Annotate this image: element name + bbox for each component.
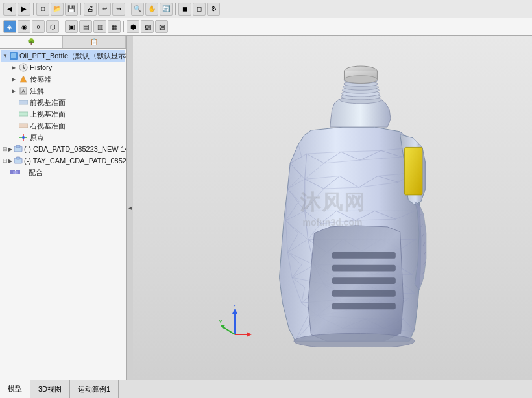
toolbar-btn-zoom[interactable]: 🔍: [131, 3, 144, 16]
toolbar-row1: ◀ ▶ □ 📂 💾 🖨 ↩ ↪ 🔍 ✋ 🔄 ◼ ◻ ⚙: [0, 0, 532, 18]
svg-point-204: [344, 75, 377, 83]
tree-arrow-sensor[interactable]: ▶: [10, 76, 17, 82]
status-tab-model-label: 模型: [8, 384, 22, 393]
toolbar-area: ◀ ▶ □ 📂 💾 🖨 ↩ ↪ 🔍 ✋ 🔄 ◼ ◻ ⚙ ◈ ◉ ◊ ⬡ ▣ ▤ …: [0, 0, 532, 36]
status-tab-3dview[interactable]: 3D视图: [30, 380, 70, 398]
left-panel: 🌳 📋 ▼ Oil_PET_Bottle（默认〈默认显示状态 ▶: [0, 36, 127, 380]
tree-item-origin[interactable]: 原点: [1, 132, 125, 143]
status-tab-motion-label: 运动算例1: [78, 384, 110, 394]
toolbar-btn-feature2[interactable]: ◉: [18, 20, 30, 33]
y-axis-label: Y: [219, 318, 223, 325]
toolbar-btn-shaded[interactable]: ◼: [178, 3, 191, 16]
collapse-icon: ◂: [128, 204, 132, 211]
toolbar-sep4: [175, 3, 176, 15]
status-tab-3dview-label: 3D视图: [38, 384, 62, 394]
tree-icon-cda: [14, 144, 23, 154]
svg-text:A: A: [21, 88, 25, 94]
toolbar-btn-wireframe[interactable]: ◻: [193, 3, 206, 16]
svg-rect-191: [332, 264, 395, 271]
svg-line-210: [223, 327, 235, 334]
tree-icon-top-plane: [18, 109, 29, 119]
tree-arrow-annotation[interactable]: ▶: [10, 88, 17, 94]
status-tab-model[interactable]: 模型: [0, 380, 30, 398]
tree-item-right-plane[interactable]: 右视基准面: [1, 120, 125, 132]
toolbar-btn-back[interactable]: ◀: [3, 3, 16, 16]
toolbar-btn-feature8[interactable]: ▦: [108, 20, 121, 33]
tree-icon-tay: [14, 156, 23, 166]
tree-item-cda[interactable]: ⊟ ▶ (-) CDA_PATD_085223_NEW-1<: [1, 143, 125, 155]
tree-item-history[interactable]: ▶ History: [1, 62, 125, 73]
toolbar-btn-view2[interactable]: ▧: [141, 20, 154, 33]
tab-properties[interactable]: 📋: [63, 36, 126, 48]
toolbar-row2: ◈ ◉ ◊ ⬡ ▣ ▤ ▥ ▦ ⬢ ▧ ▨: [0, 18, 532, 35]
toolbar-btn-undo[interactable]: ↩: [98, 3, 111, 16]
status-tab-motion[interactable]: 运动算例1: [70, 380, 119, 398]
tree-label-front-plane: 前视基准面: [30, 98, 66, 108]
toolbar-btn-feature4[interactable]: ⬡: [46, 20, 59, 33]
toolbar-btn-feature6[interactable]: ▤: [79, 20, 92, 33]
toolbar-sep3: [128, 3, 128, 15]
tree-label-right-plane: 右视基准面: [30, 121, 66, 131]
svg-point-205: [294, 333, 415, 347]
tree-item-assembly[interactable]: 配合: [1, 167, 125, 178]
svg-rect-192: [332, 277, 395, 284]
toolbar-btn-new[interactable]: □: [36, 3, 49, 16]
toolbar-btn-save[interactable]: 💾: [65, 3, 78, 16]
tree-icon-origin: [18, 132, 29, 143]
svg-marker-207: [232, 309, 237, 314]
toolbar-btn-feature5[interactable]: ▣: [65, 20, 78, 33]
svg-rect-193: [332, 290, 395, 296]
tree-arrow-tay[interactable]: ▶: [8, 158, 12, 164]
tree-arrow-front-plane: [10, 99, 17, 106]
svg-rect-195: [404, 147, 422, 194]
tree-item-tay-cam[interactable]: ⊟ ▶ (-) TAY_CAM_CDA_PATD_08522…: [1, 155, 125, 167]
tree-item-root[interactable]: ▼ Oil_PET_Bottle（默认〈默认显示状态: [1, 50, 125, 62]
tree-item-front-plane[interactable]: 前视基准面: [1, 97, 125, 108]
toolbar-btn-redo[interactable]: ↪: [112, 3, 125, 16]
tree-arrow-root[interactable]: ▼: [3, 53, 8, 59]
tree-icon-assembly: [9, 167, 27, 178]
tree-icon-front-plane: [18, 97, 29, 108]
tree-label-sensor: 传感器: [30, 75, 51, 84]
toolbar-btn-rotate[interactable]: 🔄: [160, 3, 173, 16]
minus-icon-cda: ⊟: [3, 146, 8, 152]
tree-item-top-plane[interactable]: 上视基准面: [1, 108, 125, 120]
tree-label-history: History: [30, 64, 52, 71]
minus-icon-tay: ⊟: [3, 158, 8, 164]
status-tabs: 模型 3D视图 运动算例1: [0, 380, 119, 398]
tree-arrow-history[interactable]: ▶: [10, 64, 17, 71]
svg-rect-12: [16, 145, 20, 148]
panel-collapse-handle[interactable]: ◂: [127, 36, 133, 380]
toolbar-btn-feature7[interactable]: ▥: [93, 20, 106, 33]
tree-arrow-cda[interactable]: ▶: [8, 146, 12, 152]
tree-icon-annotation: A: [18, 86, 29, 96]
toolbar-btn-view1[interactable]: ⬢: [127, 20, 139, 33]
tree-arrow-right-plane: [10, 123, 17, 129]
toolbar-btn-print[interactable]: 🖨: [84, 3, 97, 16]
toolbar-btn-feature3[interactable]: ◊: [32, 20, 45, 33]
tree-label-top-plane: 上视基准面: [30, 110, 66, 119]
svg-rect-17: [13, 171, 18, 174]
tab-model[interactable]: 🌳: [0, 36, 63, 48]
toolbar-btn-open[interactable]: 📂: [51, 3, 64, 16]
axis-indicator: Z X Y: [217, 305, 250, 338]
tree-item-annotation[interactable]: ▶ A 注解: [1, 85, 125, 97]
3d-model-container: [198, 42, 519, 341]
toolbar-btn-forward[interactable]: ▶: [18, 3, 30, 16]
viewport[interactable]: 沐风网 mofun3d.com Z X Y: [133, 36, 532, 380]
svg-rect-5: [19, 100, 28, 104]
tree-label-assembly: 配合: [29, 168, 43, 178]
tree-icon-right-plane: [18, 121, 29, 131]
z-axis-label: Z: [233, 305, 237, 309]
toolbar-sep2: [80, 3, 81, 15]
tree-item-sensor[interactable]: ▶ 传感器: [1, 73, 125, 85]
tree-icon-root: [9, 51, 18, 61]
svg-rect-190: [332, 252, 395, 259]
toolbar-btn-settings[interactable]: ⚙: [207, 3, 220, 16]
tab-model-icon: 🌳: [27, 38, 35, 45]
toolbar-btn-feature1[interactable]: ◈: [3, 20, 16, 33]
tree-icon-sensor: [18, 74, 29, 84]
toolbar-btn-pan[interactable]: ✋: [145, 3, 158, 16]
toolbar-btn-view3[interactable]: ▨: [155, 20, 168, 33]
svg-rect-7: [19, 124, 28, 128]
